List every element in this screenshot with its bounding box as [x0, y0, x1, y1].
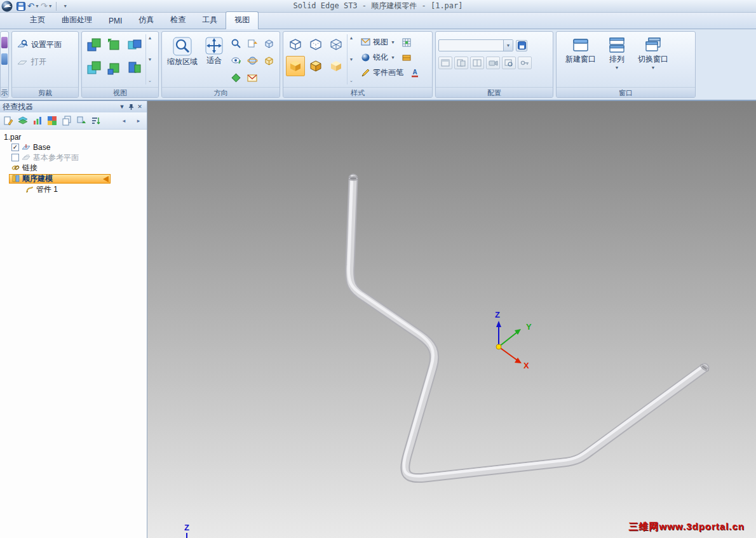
ordered-modeling-highlight[interactable]: 顺序建模	[9, 174, 111, 184]
spin-view-button[interactable]	[245, 53, 260, 69]
view-overrides-button[interactable]: 视图 ▼	[359, 36, 397, 48]
switch-windows-button[interactable]: 切换窗口 ▼	[635, 34, 671, 84]
shaded-button[interactable]	[286, 56, 305, 76]
group-label-orientation: 方向	[162, 87, 280, 97]
sync-display-button[interactable]	[75, 114, 88, 127]
tab-inspect[interactable]: 检查	[162, 12, 194, 29]
origin-point[interactable]	[496, 344, 501, 349]
document-edit-icon	[3, 116, 13, 126]
config-window-button-1[interactable]	[438, 57, 452, 69]
group-window: 新建窗口 排列 ▼ 切换窗口 ▼	[556, 31, 696, 98]
copy-display-button[interactable]	[60, 114, 73, 127]
save-configuration-button[interactable]	[516, 40, 527, 51]
sharpen-label: 锐化	[373, 52, 388, 63]
view-plane-button-6[interactable]	[125, 57, 144, 79]
text-color-button[interactable]: A	[409, 67, 421, 79]
pathfinder-close-button[interactable]: ✕	[135, 102, 144, 111]
configuration-combobox[interactable]: ▼	[438, 39, 513, 51]
group-style: ▲ ▼ ⌄ 视图 ▼	[283, 31, 433, 98]
pathfinder-flyout-button[interactable]: ▼	[118, 102, 126, 111]
style-scroll-down-icon[interactable]: ▼	[349, 57, 354, 62]
tab-tools[interactable]: 工具	[194, 12, 226, 29]
pathfinder-pin-button[interactable]	[126, 102, 135, 111]
new-window-button[interactable]: 新建窗口	[563, 34, 598, 84]
tab-view[interactable]: 视图	[226, 11, 259, 29]
visible-edges-button[interactable]	[286, 34, 305, 55]
tree-item-root[interactable]: 1.par	[0, 132, 147, 142]
hidden-edges-button[interactable]	[306, 34, 325, 55]
part-painter-icon	[361, 68, 370, 77]
view-plane-button-2[interactable]	[105, 34, 124, 56]
set-plane-button[interactable]: 设置平面	[15, 38, 76, 51]
tab-surfacing[interactable]: 曲面处理	[53, 12, 100, 29]
group-label-configurations: 配置	[436, 87, 553, 97]
views-more-icon[interactable]: ⌄	[148, 78, 152, 83]
view-plane-button-4[interactable]	[84, 57, 104, 79]
part-painter-button[interactable]: 零件画笔	[359, 67, 405, 79]
view-plane-button-1[interactable]	[84, 34, 104, 56]
redo-button[interactable]: ↷ ▼	[41, 1, 53, 11]
style-scroll-up-icon[interactable]: ▲	[349, 36, 354, 40]
open-clip-button[interactable]: 打开	[15, 55, 76, 69]
sensors-button[interactable]	[31, 114, 44, 127]
base-checkbox[interactable]: ✓	[11, 144, 19, 151]
rotate-button[interactable]	[261, 36, 276, 51]
ref-planes-checkbox[interactable]	[11, 154, 19, 161]
toolbar-next-icon[interactable]: ▸	[132, 114, 145, 127]
arrange-button[interactable]: 排列 ▼	[602, 34, 631, 84]
sketch-view-button[interactable]	[245, 70, 260, 86]
tab-simulation[interactable]: 仿真	[130, 12, 162, 29]
show-partial-icon[interactable]	[1, 37, 8, 48]
zoom-area-button[interactable]: 缩放区域	[165, 34, 200, 84]
config-window-button-3[interactable]	[470, 57, 484, 69]
texture-button[interactable]	[401, 52, 412, 64]
tree-item-links[interactable]: 链接	[0, 163, 147, 173]
view-plane-button-3[interactable]	[125, 34, 144, 56]
new-window-icon	[572, 37, 590, 53]
tree-item-base[interactable]: ✓ Base	[0, 142, 147, 152]
views-scroll-down-icon[interactable]: ▼	[148, 57, 152, 62]
ordered-modeling-label: 顺序建模	[22, 173, 53, 184]
toolbar-prev-icon[interactable]: ◂	[118, 114, 130, 127]
config-window-button-2[interactable]	[454, 57, 468, 69]
zoom-button[interactable]	[228, 36, 243, 51]
viewport-canvas[interactable]: Z Y X Z 三维网www.3dportal.cn	[147, 101, 756, 538]
face-overrides-button[interactable]	[401, 37, 412, 48]
views-scroll-up-icon[interactable]: ▲	[148, 36, 152, 40]
tube-open-end-top	[348, 177, 358, 180]
shaded-with-edges-button[interactable]	[306, 56, 325, 76]
config-zoom-window-button[interactable]	[502, 57, 516, 69]
pan-button[interactable]	[245, 36, 260, 51]
undo-button[interactable]: ↶ ▼	[27, 1, 39, 11]
spin-view-icon	[247, 55, 258, 66]
layers-button[interactable]	[17, 114, 29, 127]
color-manager-button[interactable]	[46, 114, 58, 127]
sharpen-button[interactable]: 锐化 ▼	[359, 51, 397, 64]
tube-model[interactable]: Z Y X	[147, 101, 756, 538]
view-plane-button-5[interactable]	[105, 57, 124, 79]
configuration-dropdown-icon[interactable]: ▼	[503, 40, 513, 51]
sort-features-button[interactable]	[90, 114, 102, 127]
show-partial-icon-2[interactable]	[1, 53, 8, 65]
customize-qat-button[interactable]: ▼	[60, 1, 71, 11]
rotate-icon	[264, 38, 274, 49]
config-camera-button[interactable]	[486, 57, 500, 69]
style-more-icon[interactable]: ⌄	[349, 78, 353, 83]
save-button[interactable]	[15, 1, 26, 11]
tree-item-ref-planes[interactable]: 基本参考平面	[0, 152, 147, 163]
config-key-button[interactable]	[518, 57, 532, 69]
tree-item-ordered-modeling[interactable]: 顺序建模	[0, 173, 147, 184]
document-edit-button[interactable]	[2, 114, 15, 127]
application-button[interactable]	[1, 1, 14, 11]
fit-button[interactable]: 适合	[201, 34, 227, 84]
view-orient-box-button[interactable]	[261, 53, 276, 69]
shaded-light-button[interactable]	[327, 56, 346, 76]
wireframe-button[interactable]	[327, 34, 346, 55]
tab-pmi[interactable]: PMI	[100, 14, 130, 29]
common-views-button[interactable]	[228, 70, 243, 86]
pathfinder-tree: 1.par ✓ Base 基本参考平面	[0, 130, 147, 538]
tab-home[interactable]: 主页	[22, 12, 53, 29]
tree-item-tube[interactable]: 管件 1	[0, 184, 147, 194]
look-at-face-button[interactable]	[228, 53, 243, 69]
sketch-view-icon	[247, 73, 258, 83]
